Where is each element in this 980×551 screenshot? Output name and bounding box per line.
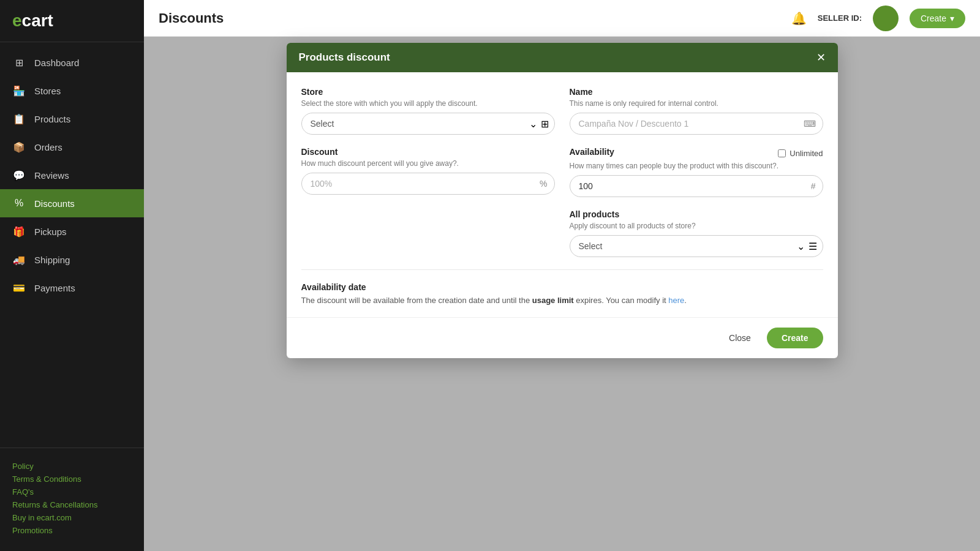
store-label: Store (301, 87, 555, 97)
name-input[interactable] (570, 113, 823, 135)
stores-icon: 🏪 (12, 84, 26, 97)
name-desc: This name is only required for internal … (570, 99, 823, 108)
availability-date-title: Availability date (301, 282, 823, 292)
here-link[interactable]: here (668, 296, 684, 305)
sidebar-item-dashboard[interactable]: ⊞ Dashboard (0, 48, 144, 77)
availability-date-section: Availability date The discount will be a… (301, 282, 823, 317)
usage-limit-bold: usage limit (532, 296, 574, 305)
footer-link-buy[interactable]: Buy in ecart.com (12, 513, 132, 522)
modal-title: Products discount (299, 51, 390, 64)
dashboard-icon: ⊞ (12, 56, 26, 69)
all-products-row: All products Apply discount to all produ… (301, 209, 823, 257)
sidebar-item-stores[interactable]: 🏪 Stores (0, 77, 144, 105)
sidebar-item-label: Reviews (34, 170, 69, 181)
create-button[interactable]: Create ▾ (910, 9, 965, 28)
store-name-row: Store Select the store with which you wi… (301, 87, 823, 135)
sidebar-item-orders[interactable]: 📦 Orders (0, 133, 144, 161)
close-button[interactable]: Close (720, 328, 760, 348)
sidebar-nav: ⊞ Dashboard 🏪 Stores 📋 Products 📦 Orders… (0, 42, 144, 443)
store-field: Store Select the store with which you wi… (301, 87, 555, 135)
chevron-down-icon: ▾ (950, 13, 954, 23)
all-products-select[interactable]: Select (570, 235, 823, 257)
sidebar-item-label: Pickups (34, 227, 67, 237)
sidebar-item-payments[interactable]: 💳 Payments (0, 274, 144, 302)
discounts-icon: % (12, 197, 26, 210)
logo: ecart (0, 0, 144, 42)
sidebar-item-label: Stores (34, 86, 61, 96)
sidebar: ecart ⊞ Dashboard 🏪 Stores 📋 Products 📦 … (0, 0, 144, 551)
unlimited-checkbox[interactable] (778, 149, 786, 157)
availability-input[interactable] (570, 175, 823, 197)
modal-create-button[interactable]: Create (767, 328, 823, 348)
sidebar-item-shipping[interactable]: 🚚 Shipping (0, 246, 144, 274)
footer-link-returns[interactable]: Returns & Cancellations (12, 500, 132, 509)
discount-field: Discount How much discount percent will … (301, 147, 555, 197)
all-products-select-wrap: Select ⌄ ☰ (570, 235, 823, 257)
sidebar-item-label: Shipping (34, 255, 70, 265)
all-products-desc: Apply discount to all products of store? (570, 222, 823, 230)
shipping-icon: 🚚 (12, 253, 26, 266)
footer-link-faqs[interactable]: FAQ's (12, 487, 132, 497)
modal-body: Store Select the store with which you wi… (287, 72, 838, 317)
main-area: Discounts 🔔 SELLER ID: Create ▾ Products… (144, 0, 980, 551)
section-divider (301, 269, 823, 270)
store-select[interactable]: Select (301, 113, 555, 135)
sidebar-item-label: Orders (34, 142, 62, 152)
topbar-right: 🔔 SELLER ID: Create ▾ (791, 6, 965, 31)
availability-desc: How many times can people buy the produc… (570, 162, 823, 170)
name-input-wrap: ⌨ (570, 113, 823, 135)
products-discount-modal: Products discount ✕ Store Select the sto… (287, 43, 838, 358)
empty-col (301, 209, 555, 257)
reviews-icon: 💬 (12, 168, 26, 182)
store-select-wrap: Select ⌄ ⊞ (301, 113, 555, 135)
name-field: Name This name is only required for inte… (570, 87, 823, 135)
seller-id-label: SELLER ID: (818, 13, 862, 23)
sidebar-item-label: Products (34, 114, 70, 124)
name-label: Name (570, 87, 823, 97)
modal-header: Products discount ✕ (287, 43, 838, 72)
products-icon: 📋 (12, 112, 26, 126)
topbar: Discounts 🔔 SELLER ID: Create ▾ (144, 0, 980, 37)
discount-label: Discount (301, 147, 555, 157)
sidebar-item-reviews[interactable]: 💬 Reviews (0, 161, 144, 189)
modal-close-button[interactable]: ✕ (816, 52, 826, 63)
availability-header: Availability Unlimited (570, 147, 823, 159)
footer-link-promotions[interactable]: Promotions (12, 526, 132, 535)
discount-input[interactable] (301, 173, 555, 195)
sidebar-footer: Policy Terms & Conditions FAQ's Returns … (0, 453, 144, 551)
content-area: Products discount ✕ Store Select the sto… (144, 37, 980, 551)
orders-icon: 📦 (12, 140, 26, 154)
discount-input-wrap: % (301, 173, 555, 195)
sidebar-item-label: Payments (34, 283, 75, 293)
all-products-label: All products (570, 209, 823, 219)
all-products-field: All products Apply discount to all produ… (570, 209, 823, 257)
avatar[interactable] (873, 6, 899, 31)
availability-label: Availability (570, 147, 614, 157)
availability-field: Availability Unlimited How many times ca… (570, 147, 823, 197)
sidebar-divider (0, 448, 144, 448)
sidebar-item-label: Discounts (34, 198, 75, 209)
sidebar-item-products[interactable]: 📋 Products (0, 105, 144, 133)
unlimited-label: Unlimited (790, 149, 823, 158)
sidebar-item-pickups[interactable]: 🎁 Pickups (0, 217, 144, 246)
sidebar-item-discounts[interactable]: % Discounts (0, 189, 144, 217)
pickups-icon: 🎁 (12, 225, 26, 238)
modal-footer: Close Create (287, 317, 838, 358)
unlimited-checkbox-label[interactable]: Unlimited (778, 149, 823, 158)
discount-availability-row: Discount How much discount percent will … (301, 147, 823, 197)
store-desc: Select the store with which you will app… (301, 99, 555, 108)
footer-link-terms[interactable]: Terms & Conditions (12, 474, 132, 484)
availability-input-wrap: # (570, 175, 823, 197)
notification-icon[interactable]: 🔔 (791, 11, 807, 26)
page-title: Discounts (159, 10, 791, 26)
availability-date-desc: The discount will be available from the … (301, 296, 823, 305)
discount-desc: How much discount percent will you give … (301, 159, 555, 168)
payments-icon: 💳 (12, 281, 26, 294)
sidebar-item-label: Dashboard (34, 58, 79, 68)
footer-link-policy[interactable]: Policy (12, 462, 132, 471)
